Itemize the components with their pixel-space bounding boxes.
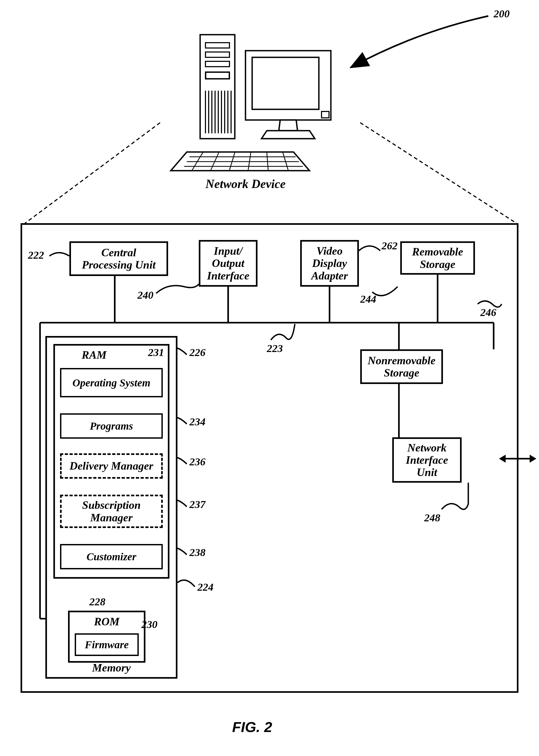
io-box: Input/ Output Interface — [199, 240, 258, 287]
nonremovable-box: Nonremovable Storage — [360, 349, 443, 384]
ref-237: 237 — [190, 499, 205, 511]
network-device-label: Network Device — [205, 177, 285, 191]
ref-226: 226 — [190, 347, 205, 358]
ref-224: 224 — [197, 581, 213, 593]
ref-200: 200 — [494, 8, 510, 20]
ref-223: 223 — [267, 343, 283, 354]
removable-box: Removable Storage — [400, 241, 475, 275]
ref-228: 228 — [89, 596, 106, 608]
cpu-box: Central Processing Unit — [69, 241, 168, 276]
delivery-box: Delivery Manager — [60, 453, 163, 479]
figure-caption: FIG. 2 — [232, 719, 272, 735]
subscription-box: Subscription Manager — [60, 495, 163, 528]
customizer-box: Customizer — [60, 544, 163, 569]
ref-244: 244 — [360, 293, 376, 305]
ref-222: 222 — [28, 249, 44, 261]
ref-238: 238 — [190, 547, 205, 558]
ref-262: 262 — [382, 240, 398, 252]
vda-box: Video Display Adapter — [300, 240, 359, 287]
ref-234: 234 — [190, 416, 205, 428]
svg-line-0 — [24, 123, 160, 224]
firmware-box: Firmware — [75, 633, 139, 656]
ref-231: 231 — [148, 347, 164, 358]
programs-box: Programs — [60, 413, 163, 439]
rom-label: ROM — [94, 615, 119, 628]
os-box: Operating System — [60, 368, 163, 397]
ref-240: 240 — [137, 289, 153, 301]
ref-236: 236 — [190, 456, 205, 468]
ref-248: 248 — [424, 512, 440, 524]
niu-box: Network Interface Unit — [392, 437, 462, 483]
svg-line-1 — [360, 123, 518, 224]
ref-246: 246 — [480, 307, 496, 318]
ram-label: RAM — [82, 349, 107, 361]
memory-label: Memory — [92, 661, 131, 674]
ref-230: 230 — [141, 619, 157, 630]
